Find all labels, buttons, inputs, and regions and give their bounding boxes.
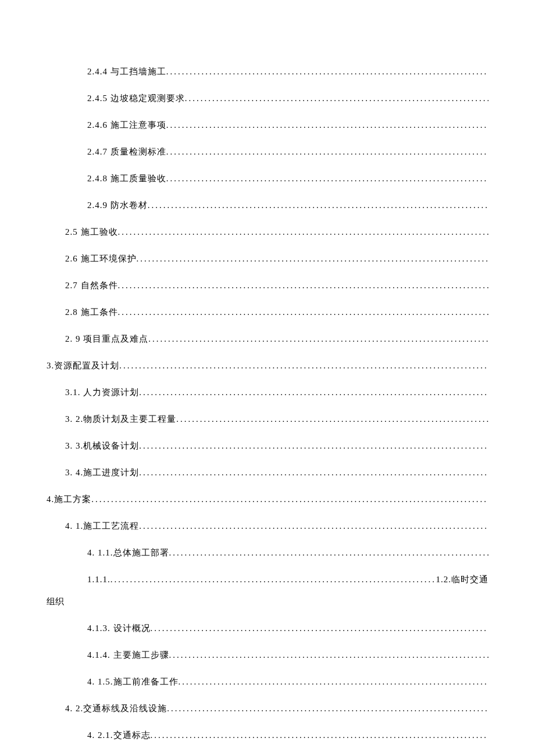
toc-entry-number-title: 4. 1.施工工艺流程 bbox=[65, 518, 139, 534]
toc-leader-dots bbox=[91, 492, 488, 507]
toc-entry-number-title: 1.1.1. bbox=[87, 572, 110, 587]
toc-entry-number-title: 2. 9 项目重点及难点 bbox=[65, 331, 148, 347]
toc-entry-number-title: 4.施工方案 bbox=[47, 492, 91, 507]
toc-entry: 2.4.9 防水卷材 bbox=[47, 198, 488, 213]
toc-entry-number-title: 4. 1.1.总体施工部署 bbox=[87, 545, 169, 561]
toc-entry-number-title: 4. 2.1.交通标志 bbox=[87, 728, 151, 743]
toc-leader-dots bbox=[185, 91, 488, 106]
toc-leader-dots bbox=[139, 438, 488, 454]
toc-leader-dots bbox=[139, 465, 488, 481]
table-of-contents: 2.4.4 与工挡墙施工2.4.5 边坡稳定观测要求2.4.6 施工注意事项2.… bbox=[47, 64, 488, 756]
toc-leader-dots bbox=[169, 647, 489, 663]
toc-leader-dots bbox=[166, 144, 488, 160]
toc-entry: 2.6 施工环境保护 bbox=[47, 251, 488, 267]
toc-entry-number-title: 2.4.6 施工注意事项 bbox=[87, 117, 166, 133]
toc-entry-suffix: 1.2.临时交通 bbox=[436, 572, 489, 587]
toc-leader-dots bbox=[166, 117, 488, 133]
toc-entry: 3. 4.施工进度计划 bbox=[47, 465, 488, 481]
toc-entry: 2.4.6 施工注意事项 bbox=[47, 117, 488, 133]
toc-entry: 4.1.3. 设计概况 bbox=[47, 621, 488, 636]
toc-leader-dots bbox=[118, 304, 489, 320]
toc-leader-dots bbox=[118, 224, 489, 240]
toc-entry: 4. 2.1.交通标志 bbox=[47, 728, 488, 743]
toc-entry: 2. 9 项目重点及难点 bbox=[47, 331, 488, 347]
toc-entry-number-title: 2.4.9 防水卷材 bbox=[87, 198, 148, 213]
toc-entry-number-title: 2.4.7 质量检测标准 bbox=[87, 144, 166, 160]
toc-entry-number-title: 2.4.5 边坡稳定观测要求 bbox=[87, 91, 185, 106]
toc-entry-number-title: 3. 2.物质计划及主要工程量 bbox=[65, 411, 176, 427]
toc-entry: 4.施工方案 bbox=[47, 492, 488, 507]
toc-leader-dots bbox=[169, 545, 489, 561]
toc-leader-dots bbox=[151, 728, 489, 743]
toc-leader-dots bbox=[176, 411, 488, 427]
toc-leader-dots bbox=[110, 572, 436, 587]
toc-entry-number-title: 2.4.4 与工挡墙施工 bbox=[87, 64, 166, 80]
toc-leader-dots bbox=[167, 701, 488, 716]
toc-entry-number-title: 4.1.3. 设计概况 bbox=[87, 621, 151, 636]
toc-entry-number-title: 4.1.4. 主要施工步骤 bbox=[87, 647, 169, 663]
toc-entry-number-title: 2.8 施工条件 bbox=[65, 304, 118, 320]
toc-entry: 2.4.4 与工挡墙施工 bbox=[47, 64, 488, 80]
toc-leader-dots bbox=[148, 331, 488, 347]
toc-entry: 2.7 自然条件 bbox=[47, 278, 488, 293]
toc-entry: 4.1.4. 主要施工步骤 bbox=[47, 647, 488, 663]
toc-entry-number-title: 4. 2.交通标线及沿线设施 bbox=[65, 701, 167, 716]
toc-leader-dots bbox=[137, 251, 489, 267]
toc-entry: 4. 1.5.施工前准备工作 bbox=[47, 674, 488, 690]
toc-leader-dots bbox=[148, 198, 488, 213]
toc-leader-dots bbox=[119, 358, 488, 374]
toc-entry: 2.8 施工条件 bbox=[47, 304, 488, 320]
toc-entry: 2.5 施工验收 bbox=[47, 224, 488, 240]
toc-entry: 3.1. 人力资源计划 bbox=[47, 385, 488, 400]
toc-entry: 2.4.8 施工质量验收 bbox=[47, 171, 488, 187]
toc-entry: 3. 2.物质计划及主要工程量 bbox=[47, 411, 488, 427]
toc-entry: 2.4.7 质量检测标准 bbox=[47, 144, 488, 160]
toc-leader-dots bbox=[179, 674, 489, 690]
toc-entry: 4. 1.施工工艺流程 bbox=[47, 518, 488, 534]
toc-entry-number-title: 2.7 自然条件 bbox=[65, 278, 118, 293]
toc-entry-number-title: 2.5 施工验收 bbox=[65, 224, 118, 240]
toc-entry-number-title: 3.资源配置及计划 bbox=[47, 358, 119, 374]
toc-leader-dots bbox=[139, 385, 488, 400]
toc-entry: 2.4.5 边坡稳定观测要求 bbox=[47, 91, 488, 106]
toc-entry-number-title: 3.1. 人力资源计划 bbox=[65, 385, 139, 400]
toc-entry-wrapped-text: 组织 bbox=[47, 594, 488, 610]
toc-entry-number-title: 4. 1.5.施工前准备工作 bbox=[87, 674, 179, 690]
toc-entry: 4. 2.交通标线及沿线设施 bbox=[47, 701, 488, 716]
toc-entry: 1.1.1. 1.2.临时交通 bbox=[47, 572, 488, 587]
toc-entry-number-title: 2.4.8 施工质量验收 bbox=[87, 171, 166, 187]
toc-leader-dots bbox=[151, 621, 489, 636]
toc-entry-number-title: 3. 4.施工进度计划 bbox=[65, 465, 139, 481]
toc-leader-dots bbox=[166, 64, 488, 80]
toc-leader-dots bbox=[166, 171, 488, 187]
toc-leader-dots bbox=[118, 278, 489, 293]
toc-entry: 3. 3.机械设备计划 bbox=[47, 438, 488, 454]
toc-entry: 3.资源配置及计划 bbox=[47, 358, 488, 374]
toc-leader-dots bbox=[139, 518, 488, 534]
toc-entry-number-title: 3. 3.机械设备计划 bbox=[65, 438, 139, 454]
toc-entry-number-title: 2.6 施工环境保护 bbox=[65, 251, 137, 267]
toc-entry: 4. 1.1.总体施工部署 bbox=[47, 545, 488, 561]
